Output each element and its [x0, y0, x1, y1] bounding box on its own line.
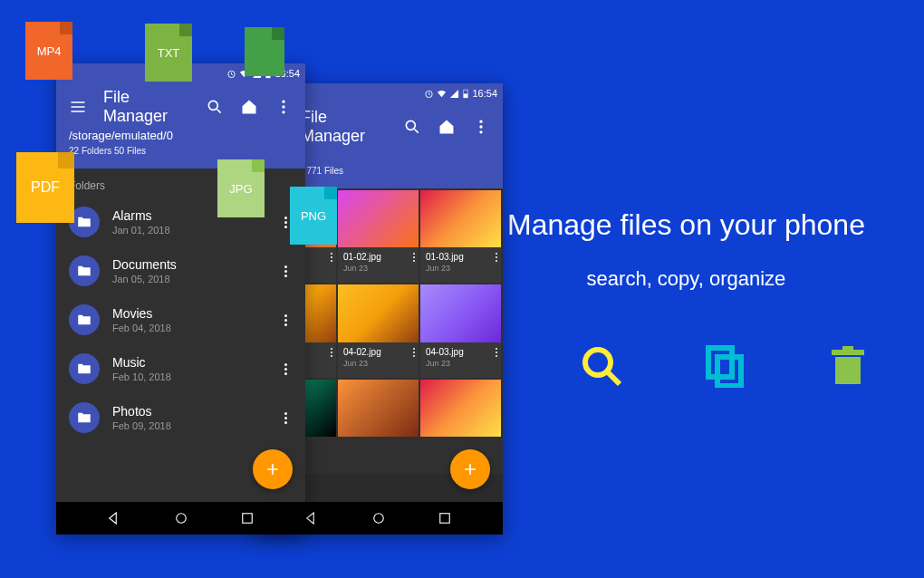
folder-icon: [69, 255, 100, 286]
more-icon[interactable]: [278, 265, 293, 277]
folder-icon: [69, 402, 100, 433]
image-tile[interactable]: 01-02.jpgJun 23: [338, 190, 419, 283]
svg-rect-16: [440, 514, 450, 524]
counts-text: 22 Folders 50 Files: [69, 146, 293, 156]
more-icon[interactable]: [331, 348, 332, 357]
clock: 16:54: [472, 88, 497, 99]
fab-add[interactable]: [450, 449, 490, 489]
alarm-icon: [226, 69, 236, 79]
subline: search, copy, organize: [507, 267, 865, 291]
marketing-copy: Manage files on your phone search, copy,…: [507, 208, 865, 291]
mp4-tag: MP4: [25, 22, 72, 80]
more-icon[interactable]: [496, 348, 497, 357]
search-icon: [580, 344, 623, 388]
png-tag: PNG: [290, 187, 337, 245]
image-tile[interactable]: [338, 380, 419, 472]
more-icon[interactable]: [278, 412, 293, 424]
recents-icon[interactable]: [239, 510, 255, 526]
battery-icon: [462, 89, 469, 99]
more-icon[interactable]: [413, 253, 415, 262]
jpg-tag: JPG: [217, 159, 265, 217]
svg-line-11: [415, 130, 419, 133]
svg-point-12: [479, 120, 482, 123]
svg-rect-26: [243, 514, 253, 524]
alarm-icon: [424, 89, 434, 99]
image-tile[interactable]: 01-03.jpgJun 23: [420, 190, 501, 283]
svg-point-10: [406, 120, 415, 130]
svg-point-24: [282, 111, 284, 113]
back-icon[interactable]: [303, 510, 320, 526]
phone-folders: 16:54 File Manager /storage/emulated/0 2…: [56, 63, 305, 535]
android-nav: [56, 502, 305, 535]
home-icon[interactable]: [240, 98, 258, 116]
more-icon[interactable]: [413, 348, 415, 357]
image-tile[interactable]: 04-02.jpgJun 23: [338, 284, 419, 377]
signal-icon: [449, 89, 459, 99]
trash-icon: [826, 344, 870, 388]
app-bar: File Manager /storage/emulated/0 22 Fold…: [56, 83, 305, 169]
folder-icon: [69, 304, 100, 335]
more-icon[interactable]: [496, 253, 497, 262]
svg-rect-6: [842, 346, 853, 350]
svg-rect-4: [835, 357, 861, 384]
app-title: File Manager: [103, 88, 189, 126]
svg-point-15: [373, 514, 383, 524]
svg-point-25: [176, 514, 186, 524]
folder-item[interactable]: DocumentsJan 05, 2018: [56, 246, 305, 295]
search-icon[interactable]: [403, 118, 421, 136]
more-icon[interactable]: [331, 253, 332, 262]
more-icon[interactable]: [278, 314, 293, 326]
pdf-tag: PDF: [16, 152, 74, 223]
home-nav-icon[interactable]: [371, 510, 387, 526]
svg-point-0: [585, 350, 611, 375]
more-icon[interactable]: [278, 363, 293, 375]
folder-item[interactable]: MoviesFeb 04, 2018: [56, 295, 305, 344]
folder-item[interactable]: AlarmsJan 01, 2018: [56, 197, 305, 246]
headline: Manage files on your phone: [507, 208, 865, 242]
copy-icon: [703, 344, 746, 388]
back-icon[interactable]: [106, 510, 122, 526]
recents-icon[interactable]: [437, 510, 453, 526]
svg-point-13: [479, 125, 482, 128]
txt-tag: TXT: [145, 24, 192, 82]
svg-point-20: [208, 101, 217, 110]
folder-item[interactable]: PhotosFeb 09, 2018: [56, 393, 305, 442]
wifi-icon: [437, 89, 447, 99]
folder-list: Folders AlarmsJan 01, 2018 DocumentsJan …: [56, 169, 305, 535]
svg-point-22: [282, 101, 284, 103]
home-icon[interactable]: [438, 118, 456, 136]
svg-line-21: [217, 110, 221, 113]
path-text: /storage/emulated/0: [69, 129, 293, 142]
menu-icon[interactable]: [69, 98, 87, 116]
overflow-icon[interactable]: [274, 98, 293, 116]
svg-rect-5: [832, 350, 864, 355]
svg-point-23: [282, 105, 284, 108]
search-icon[interactable]: [206, 98, 224, 116]
action-icons-row: [580, 344, 870, 388]
folder-item[interactable]: MusicFeb 10, 2018: [56, 344, 305, 393]
folder-icon: [69, 353, 100, 384]
app-title: File Manager: [301, 108, 387, 146]
svg-rect-9: [464, 93, 467, 97]
xls-tag: [245, 27, 284, 76]
section-header: Folders: [56, 169, 305, 197]
fab-add[interactable]: [253, 449, 293, 489]
svg-line-1: [607, 371, 620, 384]
image-tile[interactable]: 04-03.jpgJun 23: [420, 284, 501, 377]
svg-point-14: [479, 130, 482, 133]
overflow-icon[interactable]: [472, 118, 490, 136]
home-nav-icon[interactable]: [173, 510, 189, 526]
